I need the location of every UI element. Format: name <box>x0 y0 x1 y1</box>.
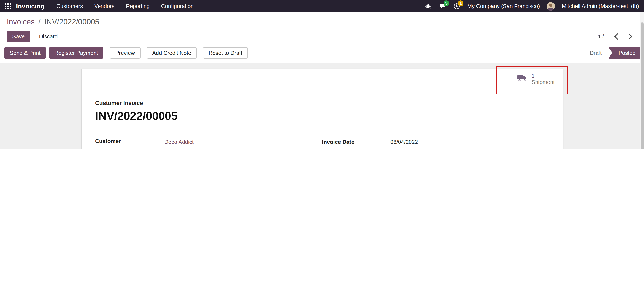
shipment-stat-button[interactable]: 1 Shipment <box>511 69 562 89</box>
breadcrumb-parent-link[interactable]: Invoices <box>7 18 34 26</box>
apps-grid-icon[interactable] <box>5 3 11 9</box>
invoice-date-label: Invoice Date <box>322 138 390 146</box>
customer-field-label: Customer <box>95 138 164 149</box>
messages-icon[interactable]: 5 <box>439 2 446 10</box>
content-area: 1 Shipment Customer Invoice INV/2022/000… <box>0 63 644 149</box>
add-credit-note-button[interactable]: Add Credit Note <box>147 47 197 58</box>
customer-group: Customer Deco Addict 77 Santa Barbara Rd… <box>95 138 322 149</box>
document-type-label: Customer Invoice <box>95 100 549 106</box>
customer-value-block: Deco Addict 77 Santa Barbara Rd Pleasant… <box>164 138 220 149</box>
address-line: 77 Santa Barbara Rd <box>164 148 220 149</box>
invoice-info-group: Invoice Date 08/04/2022 Picking Type San… <box>322 138 549 149</box>
pager-previous-icon[interactable] <box>614 33 621 40</box>
company-switcher[interactable]: My Company (San Francisco) <box>468 3 540 9</box>
send-print-button[interactable]: Send & Print <box>4 47 46 58</box>
customer-link[interactable]: Deco Addict <box>164 139 194 145</box>
breadcrumb-current: INV/2022/00005 <box>44 18 99 26</box>
scrollbar-thumb[interactable] <box>640 22 644 149</box>
field-row-invoice-date: Invoice Date 08/04/2022 <box>322 138 549 146</box>
activity-count-badge: 1 <box>458 0 464 6</box>
control-panel: Save Discard 1 / 1 <box>0 28 644 45</box>
form-sheet: 1 Shipment Customer Invoice INV/2022/000… <box>81 69 563 149</box>
activities-clock-icon[interactable]: 1 <box>453 2 461 10</box>
screen: Invoicing Customers Vendors Reporting Co… <box>0 0 644 149</box>
user-menu[interactable]: Mitchell Admin (Master-test_db) <box>562 3 639 9</box>
status-posted[interactable]: Posted <box>608 47 644 59</box>
menu-reporting[interactable]: Reporting <box>126 3 150 9</box>
vertical-scrollbar[interactable] <box>640 12 644 149</box>
customer-address: 77 Santa Barbara Rd Pleasant Hill CA 945… <box>164 148 220 149</box>
save-button[interactable]: Save <box>7 31 30 42</box>
top-navbar: Invoicing Customers Vendors Reporting Co… <box>0 0 644 12</box>
statusbar: Draft Posted <box>583 47 644 59</box>
stat-button-area: 1 Shipment <box>82 69 562 89</box>
breadcrumb-separator: / <box>38 18 40 26</box>
shipment-count: 1 <box>532 72 555 79</box>
shipment-label: Shipment <box>532 79 555 85</box>
app-name[interactable]: Invoicing <box>16 2 44 10</box>
invoice-name-title: INV/2022/00005 <box>95 110 549 123</box>
debug-bug-icon[interactable] <box>424 2 432 10</box>
register-payment-button[interactable]: Register Payment <box>49 47 104 58</box>
sheet-main: Customer Invoice INV/2022/00005 Customer… <box>82 89 562 149</box>
discard-button[interactable]: Discard <box>34 31 63 42</box>
reset-to-draft-button[interactable]: Reset to Draft <box>203 47 248 58</box>
invoice-date-value: 08/04/2022 <box>390 138 418 146</box>
systray: 5 1 My Company (San Francisco) Mitchell … <box>424 2 639 10</box>
pager-counter[interactable]: 1 / 1 <box>598 33 608 40</box>
menu-customers[interactable]: Customers <box>56 3 83 9</box>
preview-button[interactable]: Preview <box>110 47 140 58</box>
form-statusbar-row: Send & Print Register Payment Preview Ad… <box>0 45 644 63</box>
shipment-stat-text: 1 Shipment <box>532 72 555 85</box>
pager-next-icon[interactable] <box>626 33 632 40</box>
breadcrumb: Invoices / INV/2022/00005 <box>0 12 644 28</box>
message-count-badge: 5 <box>444 0 449 6</box>
field-grid: Customer Deco Addict 77 Santa Barbara Rd… <box>95 138 549 149</box>
user-avatar[interactable] <box>546 2 555 10</box>
truck-icon <box>517 74 527 83</box>
pager: 1 / 1 <box>598 33 637 40</box>
status-draft[interactable]: Draft <box>583 47 608 59</box>
menu-configuration[interactable]: Configuration <box>161 3 194 9</box>
main-menu: Customers Vendors Reporting Configuratio… <box>56 3 194 9</box>
menu-vendors[interactable]: Vendors <box>94 3 114 9</box>
